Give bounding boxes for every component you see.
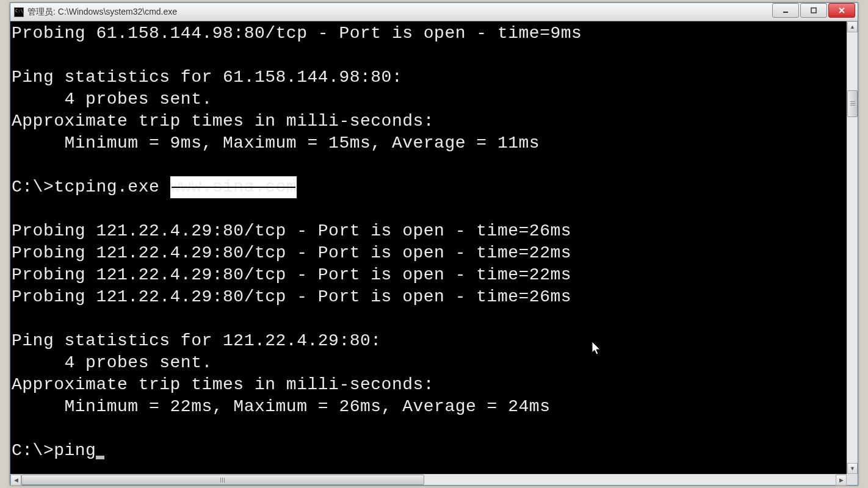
text-cursor <box>96 456 104 459</box>
output-line: Probing 121.22.4.29:80/tcp - Port is ope… <box>12 265 571 284</box>
vertical-scrollbar[interactable]: ▲ ▼ <box>847 21 858 474</box>
horizontal-scrollbar[interactable]: ◀ ▶ <box>10 474 847 485</box>
svg-rect-1 <box>811 8 816 13</box>
terminal-area: Probing 61.158.144.98:80/tcp - Port is o… <box>10 21 858 474</box>
output-line: Approximate trip times in milli-seconds: <box>12 112 434 131</box>
close-button[interactable] <box>828 3 855 18</box>
vertical-scroll-thumb[interactable] <box>847 90 858 117</box>
bottom-scroll-row: ◀ ▶ <box>10 474 858 485</box>
output-line: Probing 121.22.4.29:80/tcp - Port is ope… <box>12 287 571 306</box>
scroll-up-button[interactable]: ▲ <box>847 21 858 32</box>
terminal-output[interactable]: Probing 61.158.144.98:80/tcp - Port is o… <box>10 21 847 474</box>
cmd-window: 管理员: C:\Windows\system32\cmd.exe Probing… <box>10 2 858 486</box>
output-line: Ping statistics for 61.158.144.98:80: <box>12 68 402 87</box>
window-controls <box>772 3 858 21</box>
output-line: Probing 61.158.144.98:80/tcp - Port is o… <box>12 24 582 43</box>
horizontal-scroll-thumb[interactable] <box>21 475 424 485</box>
vertical-scroll-track[interactable] <box>847 32 858 463</box>
minimize-button[interactable] <box>772 3 799 18</box>
prompt-line: C:\>ping <box>12 441 104 460</box>
scroll-left-button[interactable]: ◀ <box>10 475 21 486</box>
output-line: Minimum = 9ms, Maximum = 15ms, Average =… <box>12 134 540 152</box>
maximize-button[interactable] <box>800 3 827 18</box>
window-title: 管理员: C:\Windows\system32\cmd.exe <box>27 7 772 18</box>
output-line: Probing 121.22.4.29:80/tcp - Port is ope… <box>12 221 571 240</box>
titlebar[interactable]: 管理员: C:\Windows\system32\cmd.exe <box>10 3 858 21</box>
scroll-right-button[interactable]: ▶ <box>836 475 847 486</box>
output-line: 4 probes sent. <box>12 353 212 372</box>
cmd-icon <box>14 7 24 17</box>
output-line: Probing 121.22.4.29:80/tcp - Port is ope… <box>12 243 571 262</box>
command-line: C:\>tcping.exe www.sina.com <box>12 178 297 196</box>
scroll-down-button[interactable]: ▼ <box>847 463 858 474</box>
horizontal-scroll-track[interactable] <box>21 475 836 485</box>
output-line: 4 probes sent. <box>12 90 212 109</box>
output-line: Ping statistics for 121.22.4.29:80: <box>12 331 382 350</box>
redacted-argument: www.sina.com <box>170 176 297 198</box>
output-line: Approximate trip times in milli-seconds: <box>12 375 434 394</box>
scrollbar-corner <box>847 474 858 485</box>
output-line: Minimum = 22ms, Maximum = 26ms, Average … <box>12 397 550 416</box>
